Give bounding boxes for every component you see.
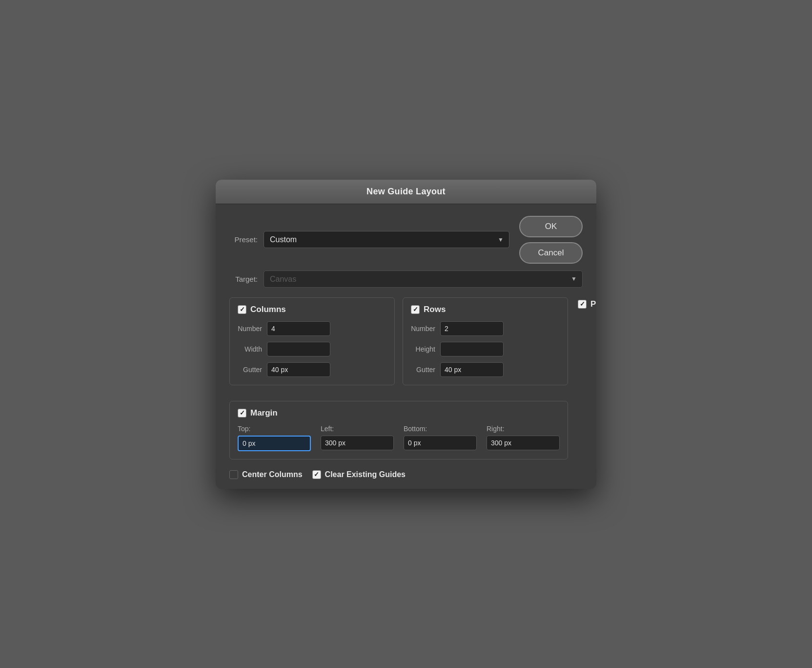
new-guide-layout-dialog: New Guide Layout Preset: Custom ▼ OK Can… bbox=[216, 180, 596, 489]
columns-gutter-input[interactable] bbox=[267, 362, 330, 377]
margin-right-group: Right: bbox=[487, 425, 560, 451]
preview-checkbox[interactable] bbox=[578, 300, 587, 309]
target-select[interactable]: Canvas bbox=[264, 271, 583, 288]
preset-select[interactable]: Custom bbox=[264, 231, 509, 248]
rows-gutter-row: Gutter bbox=[411, 362, 560, 377]
title-bar: New Guide Layout bbox=[216, 180, 596, 204]
columns-checkbox[interactable] bbox=[238, 305, 246, 314]
margin-bottom-group: Bottom: bbox=[404, 425, 477, 451]
margin-checkbox[interactable] bbox=[238, 409, 246, 418]
clear-guides-label: Clear Existing Guides bbox=[325, 470, 406, 479]
margin-top-group: Top: bbox=[238, 425, 311, 451]
columns-number-input[interactable] bbox=[267, 321, 330, 336]
preset-row: Preset: Custom ▼ OK Cancel bbox=[229, 216, 583, 264]
columns-header: Columns bbox=[238, 305, 386, 314]
target-row: Target: Canvas ▼ bbox=[229, 271, 583, 288]
ok-button[interactable]: OK bbox=[519, 216, 583, 237]
margin-bottom-input[interactable] bbox=[404, 436, 477, 450]
dialog-title: New Guide Layout bbox=[366, 187, 446, 196]
main-content: Columns Number Width Gutter bbox=[229, 297, 583, 467]
clear-guides-item: Clear Existing Guides bbox=[312, 470, 406, 479]
columns-number-row: Number bbox=[238, 321, 386, 336]
columns-gutter-label: Gutter bbox=[238, 366, 267, 374]
margin-right-input[interactable] bbox=[487, 436, 560, 450]
columns-gutter-row: Gutter bbox=[238, 362, 386, 377]
target-select-wrapper: Canvas ▼ bbox=[264, 271, 583, 288]
rows-gutter-label: Gutter bbox=[411, 366, 440, 374]
preset-label: Preset: bbox=[229, 235, 264, 244]
rows-height-row: Height bbox=[411, 342, 560, 356]
bottom-row: Center Columns Clear Existing Guides bbox=[229, 467, 583, 479]
margin-bottom-label: Bottom: bbox=[404, 425, 477, 433]
margin-fields: Top: Left: Bottom: Right: bbox=[238, 425, 560, 451]
rows-number-input[interactable] bbox=[440, 321, 504, 336]
rows-gutter-input[interactable] bbox=[440, 362, 504, 377]
margin-right-label: Right: bbox=[487, 425, 560, 433]
columns-section: Columns Number Width Gutter bbox=[229, 297, 395, 385]
margin-left-label: Left: bbox=[321, 425, 394, 433]
margin-top-label: Top: bbox=[238, 425, 311, 433]
rows-number-label: Number bbox=[411, 325, 440, 333]
preset-select-wrapper: Custom ▼ bbox=[264, 231, 509, 248]
margin-title: Margin bbox=[250, 408, 278, 418]
margin-section: Margin Top: Left: Bottom: bbox=[229, 401, 568, 459]
rows-number-row: Number bbox=[411, 321, 560, 336]
preview-label: Preview bbox=[590, 299, 596, 309]
right-column: Preview bbox=[578, 297, 596, 467]
preview-wrapper[interactable]: Preview bbox=[578, 299, 596, 309]
center-columns-checkbox[interactable] bbox=[229, 470, 238, 479]
columns-title: Columns bbox=[250, 305, 286, 314]
rows-title: Rows bbox=[424, 305, 446, 314]
left-column: Columns Number Width Gutter bbox=[229, 297, 568, 467]
margin-left-input[interactable] bbox=[321, 436, 394, 450]
columns-width-label: Width bbox=[238, 345, 267, 353]
margin-left-group: Left: bbox=[321, 425, 394, 451]
target-label: Target: bbox=[229, 275, 264, 283]
columns-number-label: Number bbox=[238, 325, 267, 333]
action-buttons: OK Cancel bbox=[519, 216, 583, 264]
rows-height-input[interactable] bbox=[440, 342, 504, 356]
margin-top-input[interactable] bbox=[238, 436, 311, 451]
margin-header: Margin bbox=[238, 408, 560, 418]
clear-guides-checkbox[interactable] bbox=[312, 470, 321, 479]
rows-checkbox[interactable] bbox=[411, 305, 420, 314]
dialog-body: Preset: Custom ▼ OK Cancel Target: Canva… bbox=[216, 204, 596, 489]
center-columns-item: Center Columns bbox=[229, 470, 303, 479]
center-columns-label: Center Columns bbox=[242, 470, 303, 479]
rows-section: Rows Number Height Gutter bbox=[403, 297, 568, 385]
columns-width-input[interactable] bbox=[267, 342, 330, 356]
rows-header: Rows bbox=[411, 305, 560, 314]
cancel-button[interactable]: Cancel bbox=[519, 242, 583, 264]
columns-width-row: Width bbox=[238, 342, 386, 356]
rows-height-label: Height bbox=[411, 345, 440, 353]
